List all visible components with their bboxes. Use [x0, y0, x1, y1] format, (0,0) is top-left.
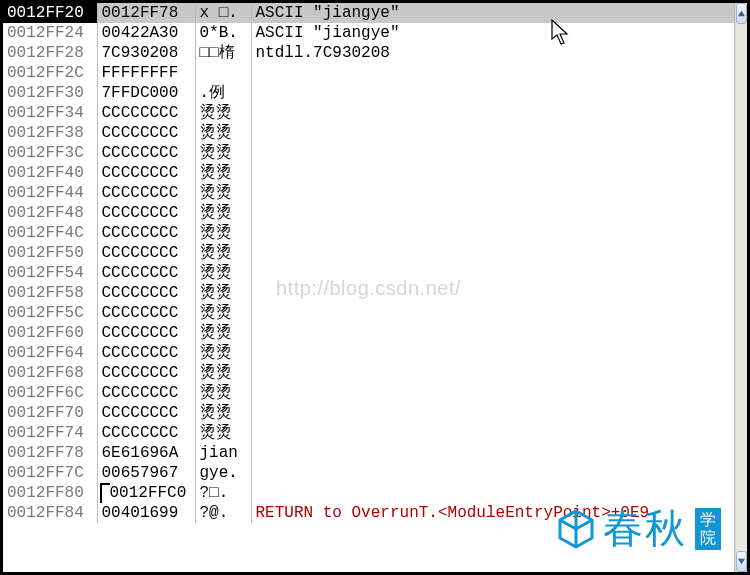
table-row[interactable]: 0012FF64CCCCCCCC烫烫 [3, 343, 734, 363]
table-row[interactable]: 0012FF58CCCCCCCC烫烫 [3, 283, 734, 303]
cell-value: 00401699 [97, 503, 195, 523]
cell-address: 0012FF4C [3, 223, 97, 243]
table-row[interactable]: 0012FF2CFFFFFFFF [3, 63, 734, 83]
cell-value: CCCCCCCC [97, 103, 195, 123]
cell-comment [251, 83, 734, 103]
cell-ascii: 烫烫 [195, 183, 251, 203]
cell-ascii: ?@. [195, 503, 251, 523]
table-row[interactable]: 0012FF54CCCCCCCC烫烫 [3, 263, 734, 283]
cell-address: 0012FF5C [3, 303, 97, 323]
cell-address: 0012FF34 [3, 103, 97, 123]
cell-ascii: 0*B. [195, 23, 251, 43]
cell-address: 0012FF6C [3, 383, 97, 403]
cell-comment: ASCII "jiangye" [251, 23, 734, 43]
cell-address: 0012FF7C [3, 463, 97, 483]
table-row[interactable]: 0012FF70CCCCCCCC烫烫 [3, 403, 734, 423]
cell-value: 7FFDC000 [97, 83, 195, 103]
cell-comment [251, 203, 734, 223]
cell-value: CCCCCCCC [97, 363, 195, 383]
cell-comment [251, 63, 734, 83]
cell-ascii: 烫烫 [195, 223, 251, 243]
cell-value: CCCCCCCC [97, 143, 195, 163]
cell-address: 0012FF3C [3, 143, 97, 163]
cell-comment: ntdll.7C930208 [251, 43, 734, 63]
table-row[interactable]: 0012FF74CCCCCCCC烫烫 [3, 423, 734, 443]
cell-address: 0012FF58 [3, 283, 97, 303]
cell-ascii: gye. [195, 463, 251, 483]
cell-value: FFFFFFFF [97, 63, 195, 83]
cell-comment [251, 163, 734, 183]
table-row[interactable]: 0012FF3CCCCCCCCC烫烫 [3, 143, 734, 163]
cell-comment [251, 183, 734, 203]
cell-ascii: ?□. [195, 483, 251, 503]
cell-value: CCCCCCCC [97, 163, 195, 183]
cell-ascii: 烫烫 [195, 423, 251, 443]
cell-comment [251, 323, 734, 343]
cell-ascii: 烫烫 [195, 203, 251, 223]
cell-comment: RETURN to OverrunT.<ModuleEntryPoint>+0E… [251, 503, 734, 523]
scroll-up-button[interactable] [736, 3, 747, 24]
cell-value: 00422A30 [97, 23, 195, 43]
stack-table: 0012FF200012FF78x □.ASCII "jiangye"0012F… [3, 3, 734, 523]
table-row[interactable]: 0012FF786E61696Ajian [3, 443, 734, 463]
cell-value: CCCCCCCC [97, 403, 195, 423]
cell-ascii: .例 [195, 83, 251, 103]
cell-comment [251, 303, 734, 323]
table-row[interactable]: 0012FF800012FFC0?□. [3, 483, 734, 503]
cell-ascii: 烫烫 [195, 163, 251, 183]
table-row[interactable]: 0012FF68CCCCCCCC烫烫 [3, 363, 734, 383]
cell-ascii: 烫烫 [195, 303, 251, 323]
table-row[interactable]: 0012FF40CCCCCCCC烫烫 [3, 163, 734, 183]
table-row[interactable]: 0012FF34CCCCCCCC烫烫 [3, 103, 734, 123]
cell-address: 0012FF2C [3, 63, 97, 83]
cell-value: 0012FFC0 [97, 483, 195, 503]
scroll-track[interactable] [736, 25, 747, 550]
stack-dump-area[interactable]: 0012FF200012FF78x □.ASCII "jiangye"0012F… [3, 3, 735, 572]
table-row[interactable]: 0012FF50CCCCCCCC烫烫 [3, 243, 734, 263]
cell-ascii: 烫烫 [195, 343, 251, 363]
scroll-down-button[interactable] [736, 551, 747, 572]
table-row[interactable]: 0012FF6CCCCCCCCC烫烫 [3, 383, 734, 403]
cell-comment [251, 283, 734, 303]
cell-ascii: 烫烫 [195, 323, 251, 343]
table-row[interactable]: 0012FF44CCCCCCCC烫烫 [3, 183, 734, 203]
cell-comment [251, 463, 734, 483]
cell-comment [251, 363, 734, 383]
cell-value: CCCCCCCC [97, 183, 195, 203]
cell-ascii: 烫烫 [195, 383, 251, 403]
table-row[interactable]: 0012FF307FFDC000.例 [3, 83, 734, 103]
cell-comment [251, 483, 734, 503]
cell-value: 6E61696A [97, 443, 195, 463]
table-row[interactable]: 0012FF60CCCCCCCC烫烫 [3, 323, 734, 343]
cell-address: 0012FF60 [3, 323, 97, 343]
cell-address: 0012FF74 [3, 423, 97, 443]
debugger-stack-window: 0012FF200012FF78x □.ASCII "jiangye"0012F… [0, 0, 750, 575]
cell-ascii: 烫烫 [195, 103, 251, 123]
vertical-scrollbar[interactable] [735, 3, 747, 572]
table-row[interactable]: 0012FF48CCCCCCCC烫烫 [3, 203, 734, 223]
cell-address: 0012FF30 [3, 83, 97, 103]
cell-address: 0012FF70 [3, 403, 97, 423]
table-row[interactable]: 0012FF287C930208□□楕ntdll.7C930208 [3, 43, 734, 63]
table-row[interactable]: 0012FF38CCCCCCCC烫烫 [3, 123, 734, 143]
cell-address: 0012FF20 [3, 3, 97, 23]
cell-ascii: 烫烫 [195, 243, 251, 263]
cell-comment [251, 403, 734, 423]
cell-value: CCCCCCCC [97, 243, 195, 263]
table-row[interactable]: 0012FF7C00657967gye. [3, 463, 734, 483]
cell-comment [251, 383, 734, 403]
table-row[interactable]: 0012FF4CCCCCCCCC烫烫 [3, 223, 734, 243]
table-row[interactable]: 0012FF5CCCCCCCCC烫烫 [3, 303, 734, 323]
table-row[interactable]: 0012FF2400422A300*B.ASCII "jiangye" [3, 23, 734, 43]
cell-comment [251, 103, 734, 123]
cell-address: 0012FF84 [3, 503, 97, 523]
cell-address: 0012FF48 [3, 203, 97, 223]
cell-value: CCCCCCCC [97, 423, 195, 443]
cell-ascii: 烫烫 [195, 143, 251, 163]
cell-value: CCCCCCCC [97, 123, 195, 143]
cell-ascii: 烫烫 [195, 263, 251, 283]
cell-comment [251, 423, 734, 443]
cell-value: CCCCCCCC [97, 263, 195, 283]
table-row[interactable]: 0012FF8400401699?@.RETURN to OverrunT.<M… [3, 503, 734, 523]
table-row[interactable]: 0012FF200012FF78x □.ASCII "jiangye" [3, 3, 734, 23]
